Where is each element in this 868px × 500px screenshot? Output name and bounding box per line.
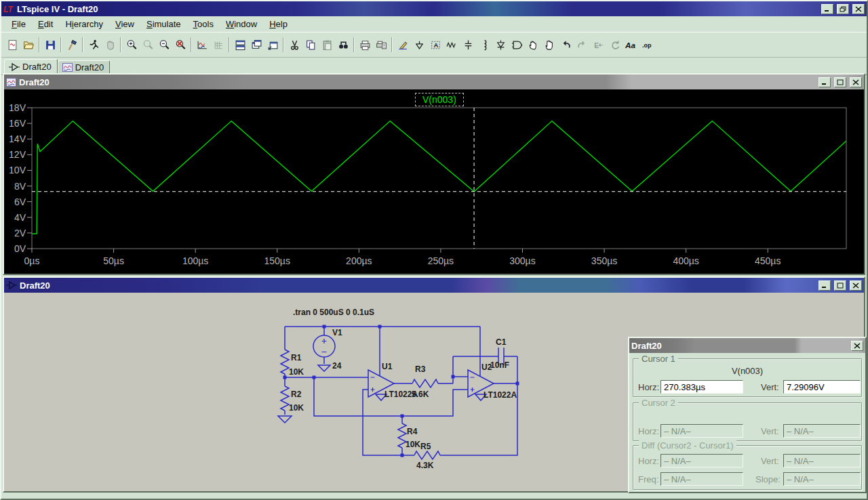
svg-text:0V: 0V bbox=[14, 243, 26, 254]
place-ground-icon[interactable] bbox=[411, 37, 427, 53]
tile-horizontal-icon[interactable] bbox=[232, 37, 248, 53]
cursor1-group: Cursor 1 V(n003) Horz: Vert: bbox=[633, 358, 862, 397]
svg-text:R1: R1 bbox=[291, 353, 302, 362]
cascade-icon[interactable] bbox=[264, 37, 281, 53]
menu-window[interactable]: Window bbox=[220, 17, 263, 31]
waveform-plot-area[interactable]: 18V16V14V12V10V8V6V4V2V0V0µs50µs100µs150… bbox=[4, 89, 864, 274]
open-file-icon[interactable] bbox=[20, 37, 37, 53]
halt-icon[interactable] bbox=[102, 37, 118, 53]
cursor-dialog-titlebar[interactable]: Draft20 bbox=[629, 338, 865, 353]
svg-text:Aa: Aa bbox=[625, 40, 635, 49]
zoom-full-icon[interactable] bbox=[172, 37, 189, 53]
svg-text:24: 24 bbox=[332, 361, 342, 371]
rotate-icon[interactable] bbox=[606, 37, 623, 53]
cut-icon[interactable] bbox=[286, 37, 302, 53]
svg-text:12V: 12V bbox=[9, 149, 26, 160]
place-inductor-icon[interactable] bbox=[476, 37, 492, 53]
print-preview-icon[interactable] bbox=[373, 37, 389, 53]
schematic-maximize-button[interactable] bbox=[834, 280, 846, 291]
svg-text:150µs: 150µs bbox=[264, 255, 290, 266]
resistor-R1 bbox=[281, 350, 289, 374]
waveform-tab-icon bbox=[62, 63, 73, 72]
svg-text:5.6K: 5.6K bbox=[412, 390, 429, 399]
svg-text:450µs: 450µs bbox=[755, 255, 781, 266]
zoom-in-icon[interactable] bbox=[123, 37, 140, 53]
menu-tools[interactable]: Tools bbox=[187, 17, 220, 31]
svg-text:18V: 18V bbox=[9, 102, 26, 113]
waveform-titlebar[interactable]: Draft20 bbox=[4, 75, 864, 89]
diff-freq-field bbox=[660, 472, 743, 486]
schematic-window-icon bbox=[6, 281, 17, 289]
menu-edit[interactable]: Edit bbox=[32, 17, 59, 31]
waveform-minimize-button[interactable] bbox=[818, 77, 831, 87]
place-resistor-icon[interactable] bbox=[443, 37, 460, 53]
menu-simulate[interactable]: Simulate bbox=[140, 17, 187, 31]
menu-bar: FileEditHierarchyViewSimulateToolsWindow… bbox=[1, 16, 867, 32]
svg-text:6V: 6V bbox=[14, 196, 26, 207]
svg-text:10nF: 10nF bbox=[490, 360, 509, 370]
svg-text:R4: R4 bbox=[407, 427, 418, 436]
new-schematic-icon[interactable] bbox=[4, 37, 20, 53]
main-titlebar[interactable]: LT LTspice IV - Draft20 bbox=[1, 1, 867, 16]
trace-label[interactable]: V(n003) bbox=[415, 93, 464, 106]
copy-icon[interactable] bbox=[302, 37, 319, 53]
svg-text:10V: 10V bbox=[9, 165, 26, 175]
menu-help[interactable]: Help bbox=[263, 17, 294, 31]
place-label-icon[interactable]: A bbox=[427, 37, 443, 53]
menu-view[interactable]: View bbox=[109, 17, 140, 31]
cursor2-horz-field bbox=[660, 424, 743, 438]
place-component-icon[interactable] bbox=[509, 37, 525, 53]
move-icon[interactable] bbox=[525, 37, 541, 53]
resistor-R2 bbox=[281, 386, 289, 411]
svg-text:R3: R3 bbox=[415, 364, 426, 374]
redo-icon[interactable] bbox=[574, 37, 590, 53]
zoom-region-icon[interactable] bbox=[140, 37, 156, 53]
cursor-dialog-close-button[interactable] bbox=[851, 341, 863, 351]
undo-icon[interactable] bbox=[557, 37, 574, 53]
save-icon[interactable] bbox=[42, 37, 58, 53]
cursor1-vert-field[interactable] bbox=[783, 380, 861, 394]
main-close-button[interactable] bbox=[852, 4, 865, 14]
drag-icon[interactable] bbox=[541, 37, 557, 53]
main-minimize-button[interactable] bbox=[821, 4, 833, 14]
svg-text:V1: V1 bbox=[332, 328, 342, 337]
paste-icon[interactable] bbox=[319, 37, 335, 53]
cursor1-horz-field[interactable] bbox=[660, 380, 743, 394]
schematic-minimize-button[interactable] bbox=[818, 280, 831, 291]
waveform-window-title: Draft20 bbox=[19, 77, 50, 87]
main-restore-button[interactable] bbox=[837, 4, 849, 14]
place-diode-icon[interactable] bbox=[492, 37, 509, 53]
svg-text:50µs: 50µs bbox=[103, 255, 124, 266]
zoom-out-icon[interactable] bbox=[156, 37, 172, 53]
print-icon[interactable] bbox=[357, 37, 373, 53]
svg-text:0µs: 0µs bbox=[24, 255, 40, 266]
place-text-icon[interactable]: Aa bbox=[623, 37, 639, 53]
cursor-dialog: Draft20 Cursor 1 V(n003) Horz: Vert: Cur… bbox=[628, 337, 867, 493]
diff-group: Diff (Cursor2 - Cursor1) Horz: Vert: Fre… bbox=[633, 445, 862, 490]
autorange-icon[interactable] bbox=[194, 37, 210, 53]
run-icon[interactable] bbox=[85, 37, 102, 53]
schematic-titlebar[interactable]: Draft20 bbox=[4, 278, 864, 293]
draw-wire-icon[interactable] bbox=[395, 37, 411, 53]
waveform-close-button[interactable] bbox=[850, 77, 862, 87]
pan-grid-icon[interactable] bbox=[210, 37, 226, 53]
menu-hierarchy[interactable]: Hierarchy bbox=[59, 17, 109, 31]
window-title: LTspice IV - Draft20 bbox=[17, 4, 98, 14]
control-panel-icon[interactable] bbox=[64, 37, 80, 53]
place-capacitor-icon[interactable] bbox=[460, 37, 476, 53]
svg-text:14V: 14V bbox=[9, 133, 26, 144]
waveform-plot[interactable]: 18V16V14V12V10V8V6V4V2V0V0µs50µs100µs150… bbox=[4, 89, 864, 272]
tab-waveform-draft20[interactable]: Draft20 bbox=[58, 60, 111, 75]
resistor-R5 bbox=[414, 451, 440, 459]
find-icon[interactable] bbox=[335, 37, 351, 53]
tile-vertical-icon[interactable] bbox=[248, 37, 264, 53]
mirror-icon[interactable]: E bbox=[590, 37, 606, 53]
waveform-maximize-button[interactable] bbox=[834, 77, 846, 87]
menu-file[interactable]: File bbox=[5, 17, 32, 31]
svg-text:100µs: 100µs bbox=[182, 255, 208, 266]
spice-directive-icon[interactable]: .op bbox=[639, 37, 655, 53]
svg-text:A: A bbox=[433, 41, 438, 49]
svg-text:R2: R2 bbox=[291, 390, 302, 399]
voltage-source-V1 bbox=[313, 335, 335, 357]
schematic-close-button[interactable] bbox=[850, 280, 862, 291]
